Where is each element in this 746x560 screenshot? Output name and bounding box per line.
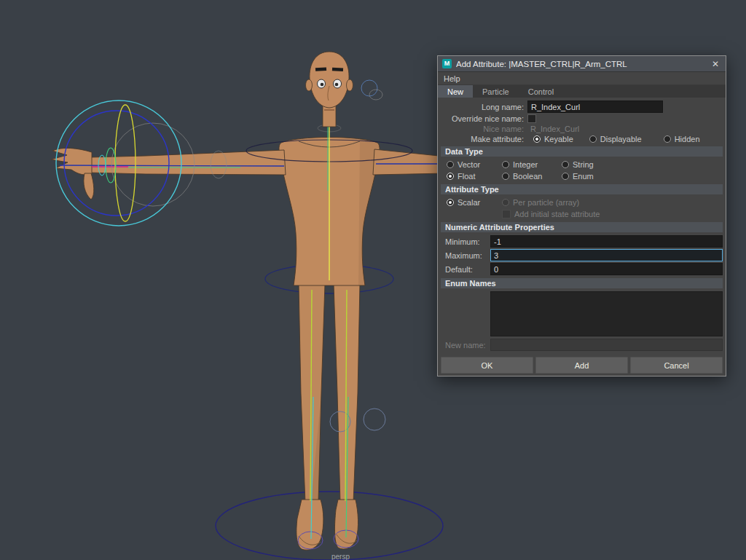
initial-state-checkbox[interactable] xyxy=(502,210,511,218)
data-type-row-1: Vector Integer String xyxy=(441,160,723,169)
override-nice-name-row: Override nice name: xyxy=(441,114,723,123)
radio-enum-label: Enum xyxy=(573,172,594,181)
minimum-input[interactable] xyxy=(490,235,723,248)
radio-integer[interactable] xyxy=(502,161,509,168)
add-button[interactable]: Add xyxy=(535,357,628,374)
radio-float-label: Float xyxy=(458,172,475,181)
add-attribute-dialog: M Add Attribute: |MASTER_CTRL|R_Arm_CTRL… xyxy=(437,55,726,376)
new-name-input[interactable] xyxy=(490,339,723,351)
ok-button[interactable]: OK xyxy=(441,357,533,374)
radio-keyable[interactable] xyxy=(533,135,541,143)
close-icon[interactable]: ✕ xyxy=(710,59,721,69)
radio-boolean-label: Boolean xyxy=(513,172,542,181)
character-feet[interactable] xyxy=(297,500,358,550)
radio-scalar-label: Scalar xyxy=(458,198,480,207)
radio-scalar[interactable] xyxy=(447,199,454,206)
radio-string-label: String xyxy=(573,160,594,169)
tab-new[interactable]: New xyxy=(438,85,473,98)
radio-displayable-label: Displayable xyxy=(600,135,642,143)
numeric-properties-header: Numeric Attribute Properties xyxy=(441,222,723,232)
dialog-title: Add Attribute: |MASTER_CTRL|R_Arm_CTRL xyxy=(456,60,705,68)
dialog-tabbar: New Particle Control xyxy=(438,85,726,98)
radio-string[interactable] xyxy=(562,161,569,168)
minimum-label: Minimum: xyxy=(441,237,490,246)
radio-hidden-label: Hidden xyxy=(675,135,700,143)
character-arms[interactable] xyxy=(51,148,446,200)
camera-label: persp xyxy=(331,553,350,560)
tab-particle[interactable]: Particle xyxy=(473,85,519,98)
override-nice-name-label: Override nice name: xyxy=(441,114,524,123)
radio-per-particle-label: Per particle (array) xyxy=(513,198,579,207)
radio-enum[interactable] xyxy=(562,173,569,180)
tab-control[interactable]: Control xyxy=(519,85,563,98)
radio-keyable-label: Keyable xyxy=(544,135,573,143)
radio-per-particle[interactable] xyxy=(502,199,509,206)
make-attribute-label: Make attribute: xyxy=(441,135,524,143)
long-name-input[interactable] xyxy=(527,100,663,113)
new-name-label: New name: xyxy=(441,341,490,350)
eyebrow-left xyxy=(315,68,326,71)
attribute-type-header: Attribute Type xyxy=(441,184,723,194)
menu-help[interactable]: Help xyxy=(444,74,460,83)
dialog-content: Long name: Override nice name: Nice name… xyxy=(438,98,726,376)
eye-control-circle[interactable] xyxy=(369,90,382,100)
master-control-circle[interactable] xyxy=(216,492,443,560)
maya-app-icon: M xyxy=(442,59,452,68)
minimum-row: Minimum: xyxy=(441,235,723,248)
data-type-header: Data Type xyxy=(441,146,723,157)
pole-vector-control-circle[interactable] xyxy=(364,409,385,430)
nice-name-row: Nice name: R_Index_Curl xyxy=(441,125,723,133)
radio-vector-label: Vector xyxy=(458,160,480,169)
long-name-row: Long name: xyxy=(441,100,723,113)
dialog-menubar: Help xyxy=(438,72,726,85)
maximum-input[interactable] xyxy=(490,249,723,261)
maximum-label: Maximum: xyxy=(441,251,490,260)
enum-names-header: Enum Names xyxy=(441,278,723,288)
initial-state-row: Add initial state attribute xyxy=(441,210,723,218)
nice-name-value: R_Index_Curl xyxy=(527,125,579,133)
cancel-button[interactable]: Cancel xyxy=(630,357,723,374)
attribute-type-row: Scalar Per particle (array) xyxy=(441,198,723,207)
initial-state-label: Add initial state attribute xyxy=(514,210,600,218)
override-nice-name-checkbox[interactable] xyxy=(527,114,536,123)
nice-name-label: Nice name: xyxy=(441,125,524,133)
new-name-row: New name: xyxy=(441,339,723,351)
radio-integer-label: Integer xyxy=(513,160,538,169)
dialog-button-row: OK Add Cancel xyxy=(441,355,723,374)
radio-float[interactable] xyxy=(447,173,454,180)
long-name-label: Long name: xyxy=(441,103,524,111)
maximum-row: Maximum: xyxy=(441,249,723,261)
character-legs[interactable] xyxy=(299,284,360,502)
radio-displayable[interactable] xyxy=(589,135,597,143)
make-attribute-row: Make attribute: Keyable Displayable Hidd… xyxy=(441,135,723,143)
default-input[interactable] xyxy=(490,263,723,275)
radio-vector[interactable] xyxy=(447,161,454,168)
radio-hidden[interactable] xyxy=(664,135,671,143)
default-label: Default: xyxy=(441,265,490,274)
data-type-row-2: Float Boolean Enum xyxy=(441,172,723,181)
enum-names-list[interactable] xyxy=(490,291,723,336)
character-head[interactable] xyxy=(306,52,353,127)
dialog-titlebar[interactable]: M Add Attribute: |MASTER_CTRL|R_Arm_CTRL… xyxy=(438,56,726,72)
radio-boolean[interactable] xyxy=(502,173,509,180)
default-row: Default: xyxy=(441,263,723,275)
eyebrow-right xyxy=(332,68,343,71)
